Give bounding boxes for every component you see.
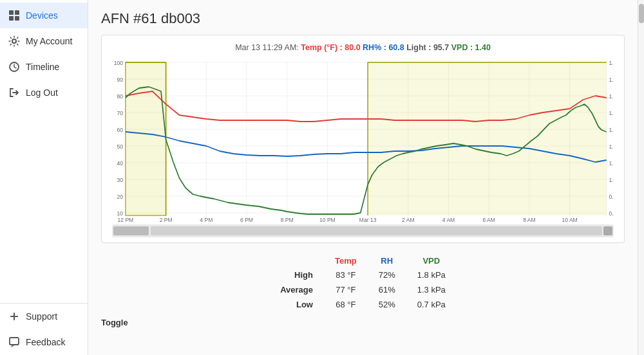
svg-text:1.0: 1.0 [609, 177, 614, 183]
gear-icon [8, 35, 21, 48]
svg-text:1.1: 1.1 [609, 160, 614, 167]
sidebar-label-account: My Account [26, 36, 72, 46]
stats-high-rh: 72% [368, 268, 406, 282]
svg-text:1.6: 1.6 [609, 93, 614, 100]
sidebar-item-devices[interactable]: Devices [0, 3, 88, 28]
svg-text:60: 60 [117, 127, 124, 133]
svg-rect-64 [126, 62, 166, 215]
feedback-icon [8, 336, 21, 349]
svg-text:0.78: 0.78 [609, 210, 614, 217]
chart-vpd-value: 1.40 [475, 43, 491, 52]
main-content: AFN #61 db003 Mar 13 11:29 AM: Temp (°F)… [88, 0, 638, 355]
svg-rect-1 [15, 10, 19, 15]
svg-text:10 AM: 10 AM [562, 217, 577, 223]
stats-row-average: Average 77 °F 61% 1.3 kPa [270, 283, 456, 296]
svg-text:50: 50 [117, 143, 124, 150]
stats-low-vpd: 0.7 kPa [407, 298, 456, 311]
svg-text:6 AM: 6 AM [482, 217, 495, 223]
scrollbar-thumb[interactable] [639, 4, 644, 23]
svg-text:30: 30 [117, 177, 124, 183]
svg-rect-2 [9, 16, 14, 21]
stats-row-low: Low 68 °F 52% 0.7 kPa [270, 298, 456, 311]
sidebar-item-support[interactable]: Support [0, 304, 88, 329]
chart-container: Mar 13 11:29 AM: Temp (°F) : 80.0 RH% : … [101, 35, 625, 243]
svg-text:1.9: 1.9 [609, 60, 614, 66]
stats-avg-vpd: 1.3 kPa [407, 283, 456, 296]
svg-text:0.90: 0.90 [609, 194, 614, 200]
chart-temp-value: 80.0 [345, 43, 360, 52]
stats-label-average: Average [270, 283, 323, 296]
svg-rect-7 [10, 316, 18, 317]
sidebar-item-timeline[interactable]: Timeline [0, 54, 88, 80]
svg-text:100: 100 [114, 60, 123, 66]
stats-high-temp: 83 °F [325, 268, 367, 282]
stats-label-high: High [270, 268, 323, 282]
chart-light-value: 95.7 [433, 43, 449, 52]
stats-header-temp: Temp [325, 255, 367, 267]
stats-avg-rh: 61% [368, 283, 406, 296]
sidebar-bottom: Support Feedback [0, 303, 88, 355]
svg-text:4 PM: 4 PM [200, 217, 213, 223]
sidebar-label-support: Support [26, 311, 57, 322]
svg-text:Mar 13: Mar 13 [359, 217, 377, 223]
stats-header-vpd: VPD [407, 255, 456, 267]
stats-low-rh: 52% [368, 298, 406, 311]
sidebar-item-feedback[interactable]: Feedback [0, 329, 88, 355]
svg-text:40: 40 [117, 160, 124, 167]
chart-temp-label: Temp (°F) : [301, 43, 342, 52]
chart-rh-value: 60.8 [388, 43, 404, 52]
chart-svg: .grid-line { stroke: #e0e0e0; stroke-wid… [112, 56, 614, 223]
stats-low-temp: 68 °F [325, 298, 367, 311]
svg-text:2 AM: 2 AM [402, 217, 414, 223]
svg-text:10: 10 [117, 210, 124, 217]
svg-text:1.4: 1.4 [609, 127, 614, 133]
scrollbar-track[interactable] [151, 226, 602, 235]
chart-rh-label: RH% : [363, 43, 386, 52]
chart-area[interactable]: .grid-line { stroke: #e0e0e0; stroke-wid… [112, 56, 614, 223]
chart-vpd-label: VPD : [451, 43, 473, 52]
sidebar-label-feedback: Feedback [26, 337, 65, 347]
svg-text:1.3: 1.3 [609, 143, 614, 150]
svg-text:1.7: 1.7 [609, 77, 614, 83]
stats-table: Temp RH VPD High 83 °F 72% 1.8 kPa Avera… [269, 253, 457, 313]
page-scrollbar[interactable] [638, 0, 644, 355]
sidebar-label-logout: Log Out [26, 87, 58, 98]
sidebar-label-timeline: Timeline [26, 62, 59, 72]
svg-text:1.5: 1.5 [609, 110, 614, 116]
svg-text:20: 20 [117, 194, 124, 200]
chart-date: Mar 13 11:29 AM: [235, 43, 299, 52]
stats-high-vpd: 1.8 kPa [407, 268, 456, 282]
page-title: AFN #61 db003 [101, 10, 625, 27]
svg-text:8 PM: 8 PM [281, 217, 294, 223]
stats-header-rh: RH [368, 255, 406, 267]
svg-rect-0 [9, 10, 14, 15]
scrollbar-right-handle[interactable] [603, 226, 612, 235]
stats-avg-temp: 77 °F [325, 283, 367, 296]
grid-icon [8, 9, 21, 22]
svg-text:8 AM: 8 AM [523, 217, 535, 223]
toggle-label[interactable]: Toggle [101, 318, 625, 327]
svg-text:70: 70 [117, 110, 124, 116]
svg-rect-65 [368, 62, 607, 215]
stats-row-high: High 83 °F 72% 1.8 kPa [270, 268, 456, 282]
svg-text:2 PM: 2 PM [160, 217, 173, 223]
plus-icon [8, 310, 21, 323]
stats-label-low: Low [270, 298, 323, 311]
sidebar-item-logout[interactable]: Log Out [0, 80, 88, 105]
svg-rect-3 [15, 16, 19, 21]
svg-rect-8 [10, 338, 19, 345]
svg-text:90: 90 [117, 77, 124, 83]
svg-text:4 AM: 4 AM [442, 217, 455, 223]
logout-icon [8, 86, 21, 99]
svg-text:12 PM: 12 PM [118, 217, 134, 223]
clock-icon [8, 60, 21, 73]
sidebar: Devices My Account Timeline Log Out [0, 0, 88, 355]
sidebar-label-devices: Devices [26, 10, 58, 21]
sidebar-item-account[interactable]: My Account [0, 28, 88, 54]
svg-text:6 PM: 6 PM [240, 217, 253, 223]
chart-light-label: Light : [406, 43, 431, 52]
chart-header: Mar 13 11:29 AM: Temp (°F) : 80.0 RH% : … [112, 43, 614, 52]
chart-scrollbar[interactable] [112, 224, 614, 237]
scrollbar-left-handle[interactable] [113, 226, 149, 235]
svg-text:80: 80 [117, 93, 124, 100]
